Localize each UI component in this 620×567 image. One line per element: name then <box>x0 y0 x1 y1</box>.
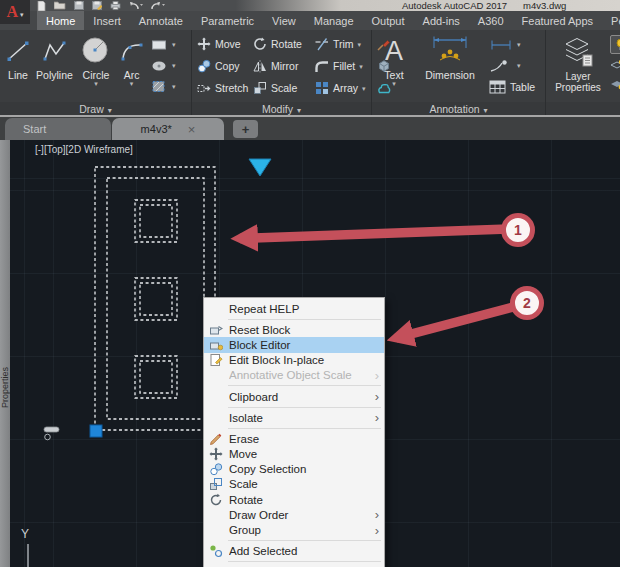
ribbon-tab-performance[interactable]: Performance <box>602 11 620 30</box>
panel-square-3-outer[interactable] <box>135 356 177 398</box>
application-menu-button[interactable] <box>0 0 30 24</box>
fillet-button[interactable]: Fillet <box>315 60 377 73</box>
array-button[interactable]: Array <box>315 81 377 95</box>
menu-item-rotate[interactable]: Rotate <box>204 492 384 507</box>
redo-icon[interactable] <box>151 1 165 10</box>
ellipse-tool-button[interactable] <box>151 55 176 76</box>
rotate-button[interactable]: Rotate <box>253 37 315 51</box>
line-button[interactable]: Line <box>3 31 33 102</box>
ribbon-tab-manage[interactable]: Manage <box>305 11 363 30</box>
menu-item-copy-selection[interactable]: Copy Selection <box>204 462 384 477</box>
file-tab-drawing[interactable]: m4v3* <box>112 118 224 140</box>
panel-square-3-inner[interactable] <box>140 361 172 393</box>
draw-panel-label[interactable]: Draw <box>0 102 192 115</box>
arc-button[interactable]: Arc <box>116 31 147 102</box>
dimension-linear-button[interactable] <box>489 34 535 55</box>
properties-palette-tab[interactable]: Properties <box>0 343 10 433</box>
save-icon[interactable] <box>74 1 84 10</box>
ribbon-tab-a360[interactable]: A360 <box>469 11 513 30</box>
leader-button[interactable] <box>489 55 535 76</box>
ribbon-tab-parametric[interactable]: Parametric <box>192 11 263 30</box>
rectangle-tool-button[interactable] <box>151 34 176 55</box>
ribbon-tab-view[interactable]: View <box>263 11 305 30</box>
panel-square-1-outer[interactable] <box>135 200 177 242</box>
panel-square-2-outer[interactable] <box>135 278 177 320</box>
ellipse-icon <box>151 60 168 72</box>
scale-button[interactable]: Scale <box>253 81 315 95</box>
new-tab-button[interactable] <box>233 120 258 138</box>
hatch-tool-button[interactable] <box>151 76 176 97</box>
text-button[interactable]: Text <box>377 31 411 102</box>
trim-icon <box>315 38 329 51</box>
polyline-button[interactable]: Polyline <box>33 31 76 102</box>
menu-item-repeat-help[interactable]: Repeat HELP <box>204 301 384 316</box>
menu-item-add-selected[interactable]: Add Selected <box>204 544 384 559</box>
edit-block-in-place-icon <box>209 353 229 367</box>
ribbon-tab-annotate[interactable]: Annotate <box>130 11 192 30</box>
dimension-button[interactable]: Dimension <box>418 31 482 102</box>
mirror-button[interactable]: Mirror <box>253 59 315 73</box>
file-tab-start[interactable]: Start <box>5 118 111 140</box>
menu-item-reset-block[interactable]: Reset Block <box>204 322 384 337</box>
table-button[interactable]: Table <box>489 76 535 97</box>
leader-dropdown-icon[interactable] <box>517 63 521 68</box>
block-outer-frame[interactable] <box>95 167 215 430</box>
menu-item-group[interactable]: Group <box>204 522 384 537</box>
block-grip-point[interactable] <box>90 425 102 437</box>
arc-dropdown-icon[interactable] <box>130 81 134 86</box>
menu-item-draw-order[interactable]: Draw Order <box>204 507 384 522</box>
save-as-icon[interactable] <box>92 1 102 10</box>
menu-item-isolate[interactable]: Isolate <box>204 410 384 425</box>
open-folder-icon[interactable] <box>54 1 66 10</box>
ribbon-tab-insert[interactable]: Insert <box>84 11 130 30</box>
draw-panel-expand-icon <box>108 103 112 115</box>
layer-freeze-icon <box>610 78 620 90</box>
undo-icon[interactable] <box>129 1 143 10</box>
rectangle-dropdown-icon[interactable] <box>172 42 176 47</box>
menu-item-block-editor[interactable]: Block Editor <box>204 337 384 352</box>
fillet-dropdown-icon[interactable] <box>359 64 363 69</box>
text-dropdown-icon[interactable] <box>392 81 396 86</box>
trim-dropdown-icon[interactable] <box>358 42 362 47</box>
menu-item-edit-block-in-place[interactable]: Edit Block In-place <box>204 353 384 368</box>
panel-square-1-inner[interactable] <box>140 205 172 237</box>
dimension-linear-dropdown-icon[interactable] <box>517 42 521 47</box>
circle-dropdown-icon[interactable] <box>94 81 98 86</box>
stretch-button[interactable]: Stretch <box>197 82 253 95</box>
panel-square-2-inner[interactable] <box>140 283 172 315</box>
array-dropdown-icon[interactable] <box>362 86 366 91</box>
menu-item-clipboard[interactable]: Clipboard <box>204 389 384 404</box>
new-file-icon[interactable] <box>37 1 46 11</box>
menu-item-move[interactable]: Move <box>204 447 384 462</box>
layer-properties-button[interactable]: Layer Properties <box>551 32 605 102</box>
close-tab-icon[interactable] <box>188 123 196 136</box>
move-button[interactable]: Move <box>197 37 253 51</box>
ellipse-dropdown-icon[interactable] <box>172 63 176 68</box>
menu-item-scale[interactable]: Scale <box>204 477 384 492</box>
layer-isolate-button[interactable] <box>610 57 620 73</box>
hatch-dropdown-icon[interactable] <box>172 84 176 89</box>
modify-panel-label[interactable]: Modify <box>192 102 372 115</box>
block-inner-frame[interactable] <box>107 178 204 419</box>
panel-label-strip: Draw Modify Annotation <box>0 102 620 115</box>
annotation-panel-label[interactable]: Annotation <box>372 102 546 115</box>
leader-icon <box>489 60 513 72</box>
ribbon-tab-output[interactable]: Output <box>363 11 414 30</box>
dimension-linear-icon <box>489 39 513 51</box>
trim-button[interactable]: Trim <box>315 38 377 51</box>
layer-off-button[interactable] <box>610 35 620 54</box>
annotation-panel: Text Dimension Table <box>372 30 546 102</box>
ribbon-tab-featured-apps[interactable]: Featured Apps <box>513 11 603 30</box>
menu-item-annotative-object-scale[interactable]: Annotative Object Scale <box>204 368 384 383</box>
circle-button[interactable]: Circle <box>76 31 116 102</box>
title-bar: Autodesk AutoCAD 2017 m4v3.dwg <box>0 0 620 11</box>
insertion-marker-triangle <box>249 159 271 176</box>
copy-button[interactable]: Copy <box>197 59 253 73</box>
ribbon-tab-home[interactable]: Home <box>37 11 84 30</box>
ribbon-tab-addins[interactable]: Add-ins <box>414 11 469 30</box>
layer-freeze-button[interactable] <box>610 76 620 92</box>
rectangle-icon <box>151 39 168 51</box>
plot-icon[interactable] <box>110 1 121 10</box>
layer-isolate-icon <box>610 59 620 71</box>
menu-item-erase[interactable]: Erase <box>204 431 384 446</box>
